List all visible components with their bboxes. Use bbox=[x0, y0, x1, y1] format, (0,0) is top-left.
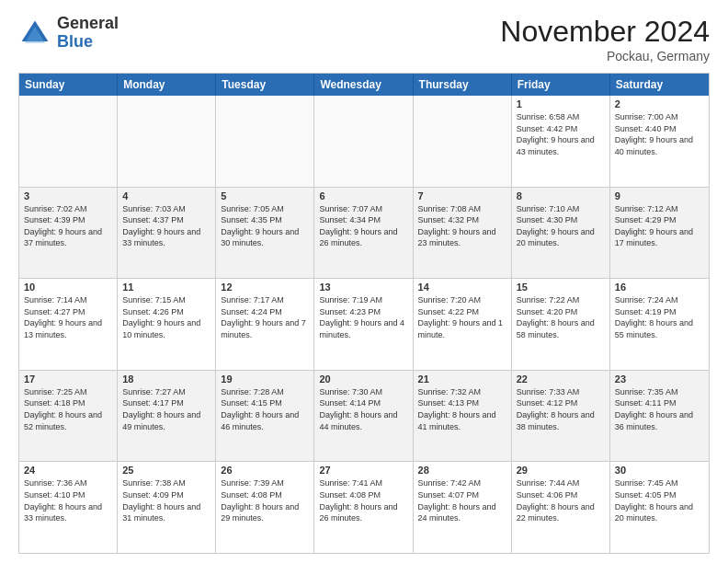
day-number: 8 bbox=[517, 190, 605, 201]
calendar-cell: 27Sunrise: 7:41 AMSunset: 4:08 PMDayligh… bbox=[314, 462, 413, 553]
cell-info: Sunrise: 7:45 AMSunset: 4:05 PMDaylight:… bbox=[615, 477, 704, 523]
cell-info: Sunrise: 7:33 AMSunset: 4:12 PMDaylight:… bbox=[517, 386, 605, 432]
logo-general-text: General bbox=[57, 15, 119, 33]
calendar-cell: 6Sunrise: 7:07 AMSunset: 4:34 PMDaylight… bbox=[314, 188, 413, 279]
day-number: 18 bbox=[122, 373, 210, 385]
cell-info: Sunrise: 7:41 AMSunset: 4:08 PMDaylight:… bbox=[319, 477, 407, 523]
day-number: 30 bbox=[615, 465, 704, 476]
day-number: 9 bbox=[615, 190, 704, 201]
calendar-cell: 11Sunrise: 7:15 AMSunset: 4:26 PMDayligh… bbox=[118, 279, 216, 370]
cell-info: Sunrise: 7:00 AMSunset: 4:40 PMDaylight:… bbox=[615, 111, 704, 157]
calendar-cell: 17Sunrise: 7:25 AMSunset: 4:18 PMDayligh… bbox=[19, 371, 118, 462]
calendar: SundayMondayTuesdayWednesdayThursdayFrid… bbox=[18, 73, 710, 554]
cell-info: Sunrise: 7:28 AMSunset: 4:15 PMDaylight:… bbox=[221, 386, 309, 432]
calendar-cell: 1Sunrise: 6:58 AMSunset: 4:42 PMDaylight… bbox=[512, 96, 610, 187]
day-number: 25 bbox=[122, 465, 210, 476]
calendar-cell: 16Sunrise: 7:24 AMSunset: 4:19 PMDayligh… bbox=[610, 279, 709, 370]
day-number: 3 bbox=[24, 190, 112, 201]
calendar-cell: 29Sunrise: 7:44 AMSunset: 4:06 PMDayligh… bbox=[512, 462, 610, 553]
calendar-row: 24Sunrise: 7:36 AMSunset: 4:10 PMDayligh… bbox=[19, 462, 709, 553]
calendar-row: 17Sunrise: 7:25 AMSunset: 4:18 PMDayligh… bbox=[19, 371, 709, 463]
calendar-cell: 21Sunrise: 7:32 AMSunset: 4:13 PMDayligh… bbox=[414, 371, 512, 462]
day-number: 7 bbox=[418, 190, 506, 201]
calendar-cell: 9Sunrise: 7:12 AMSunset: 4:29 PMDaylight… bbox=[610, 188, 709, 279]
day-number: 1 bbox=[517, 98, 605, 109]
day-number: 23 bbox=[615, 373, 704, 385]
calendar-cell: 28Sunrise: 7:42 AMSunset: 4:07 PMDayligh… bbox=[414, 462, 512, 553]
calendar-cell bbox=[414, 96, 512, 187]
day-number: 6 bbox=[319, 190, 407, 201]
day-number: 13 bbox=[319, 282, 407, 293]
cell-info: Sunrise: 7:02 AMSunset: 4:39 PMDaylight:… bbox=[24, 203, 112, 249]
calendar-cell bbox=[118, 96, 216, 187]
day-number: 29 bbox=[517, 465, 605, 476]
cell-info: Sunrise: 7:14 AMSunset: 4:27 PMDaylight:… bbox=[24, 294, 112, 340]
calendar-cell: 13Sunrise: 7:19 AMSunset: 4:23 PMDayligh… bbox=[314, 279, 413, 370]
cell-info: Sunrise: 7:22 AMSunset: 4:20 PMDaylight:… bbox=[517, 294, 605, 340]
day-header-sunday: Sunday bbox=[19, 74, 118, 96]
cell-info: Sunrise: 7:08 AMSunset: 4:32 PMDaylight:… bbox=[418, 203, 506, 249]
cell-info: Sunrise: 7:19 AMSunset: 4:23 PMDaylight:… bbox=[319, 294, 407, 340]
day-number: 21 bbox=[418, 373, 506, 385]
calendar-cell: 12Sunrise: 7:17 AMSunset: 4:24 PMDayligh… bbox=[216, 279, 314, 370]
day-header-wednesday: Wednesday bbox=[314, 74, 413, 96]
title-block: November 2024 Pockau, Germany bbox=[500, 15, 710, 63]
calendar-row: 10Sunrise: 7:14 AMSunset: 4:27 PMDayligh… bbox=[19, 279, 709, 371]
cell-info: Sunrise: 7:05 AMSunset: 4:35 PMDaylight:… bbox=[221, 203, 309, 249]
cell-info: Sunrise: 7:17 AMSunset: 4:24 PMDaylight:… bbox=[221, 294, 309, 340]
day-header-friday: Friday bbox=[512, 74, 610, 96]
calendar-cell: 3Sunrise: 7:02 AMSunset: 4:39 PMDaylight… bbox=[19, 188, 118, 279]
day-number: 27 bbox=[319, 465, 407, 476]
calendar-cell: 14Sunrise: 7:20 AMSunset: 4:22 PMDayligh… bbox=[414, 279, 512, 370]
cell-info: Sunrise: 7:27 AMSunset: 4:17 PMDaylight:… bbox=[122, 386, 210, 432]
cell-info: Sunrise: 7:24 AMSunset: 4:19 PMDaylight:… bbox=[615, 294, 704, 340]
month-title: November 2024 bbox=[500, 15, 710, 49]
cell-info: Sunrise: 7:36 AMSunset: 4:10 PMDaylight:… bbox=[24, 477, 112, 523]
day-number: 2 bbox=[615, 98, 704, 109]
day-number: 20 bbox=[319, 373, 407, 385]
logo-icon bbox=[18, 17, 51, 50]
day-number: 4 bbox=[122, 190, 210, 201]
calendar-cell: 15Sunrise: 7:22 AMSunset: 4:20 PMDayligh… bbox=[512, 279, 610, 370]
day-number: 22 bbox=[517, 373, 605, 385]
day-header-tuesday: Tuesday bbox=[216, 74, 314, 96]
logo: General Blue bbox=[18, 15, 119, 52]
logo-blue-text: Blue bbox=[57, 33, 119, 52]
cell-info: Sunrise: 7:07 AMSunset: 4:34 PMDaylight:… bbox=[319, 203, 407, 249]
location: Pockau, Germany bbox=[500, 49, 710, 63]
day-number: 10 bbox=[24, 282, 112, 293]
calendar-cell: 4Sunrise: 7:03 AMSunset: 4:37 PMDaylight… bbox=[118, 188, 216, 279]
day-header-monday: Monday bbox=[118, 74, 216, 96]
calendar-cell: 20Sunrise: 7:30 AMSunset: 4:14 PMDayligh… bbox=[314, 371, 413, 462]
calendar-cell: 25Sunrise: 7:38 AMSunset: 4:09 PMDayligh… bbox=[118, 462, 216, 553]
day-header-saturday: Saturday bbox=[610, 74, 709, 96]
calendar-cell: 22Sunrise: 7:33 AMSunset: 4:12 PMDayligh… bbox=[512, 371, 610, 462]
calendar-cell: 10Sunrise: 7:14 AMSunset: 4:27 PMDayligh… bbox=[19, 279, 118, 370]
cell-info: Sunrise: 7:15 AMSunset: 4:26 PMDaylight:… bbox=[122, 294, 210, 340]
calendar-cell: 18Sunrise: 7:27 AMSunset: 4:17 PMDayligh… bbox=[118, 371, 216, 462]
cell-info: Sunrise: 7:38 AMSunset: 4:09 PMDaylight:… bbox=[122, 477, 210, 523]
cell-info: Sunrise: 7:25 AMSunset: 4:18 PMDaylight:… bbox=[24, 386, 112, 432]
cell-info: Sunrise: 6:58 AMSunset: 4:42 PMDaylight:… bbox=[517, 111, 605, 157]
day-number: 16 bbox=[615, 282, 704, 293]
day-number: 12 bbox=[221, 282, 309, 293]
calendar-cell: 8Sunrise: 7:10 AMSunset: 4:30 PMDaylight… bbox=[512, 188, 610, 279]
calendar-cell bbox=[314, 96, 413, 187]
calendar-cell: 7Sunrise: 7:08 AMSunset: 4:32 PMDaylight… bbox=[414, 188, 512, 279]
calendar-cell: 23Sunrise: 7:35 AMSunset: 4:11 PMDayligh… bbox=[610, 371, 709, 462]
calendar-cell bbox=[19, 96, 118, 187]
cell-info: Sunrise: 7:12 AMSunset: 4:29 PMDaylight:… bbox=[615, 203, 704, 249]
day-number: 28 bbox=[418, 465, 506, 476]
cell-info: Sunrise: 7:03 AMSunset: 4:37 PMDaylight:… bbox=[122, 203, 210, 249]
day-number: 5 bbox=[221, 190, 309, 201]
calendar-body: 1Sunrise: 6:58 AMSunset: 4:42 PMDaylight… bbox=[19, 96, 709, 553]
calendar-cell: 24Sunrise: 7:36 AMSunset: 4:10 PMDayligh… bbox=[19, 462, 118, 553]
cell-info: Sunrise: 7:20 AMSunset: 4:22 PMDaylight:… bbox=[418, 294, 506, 340]
calendar-cell: 30Sunrise: 7:45 AMSunset: 4:05 PMDayligh… bbox=[610, 462, 709, 553]
calendar-header: SundayMondayTuesdayWednesdayThursdayFrid… bbox=[19, 74, 709, 96]
day-number: 15 bbox=[517, 282, 605, 293]
calendar-cell bbox=[216, 96, 314, 187]
day-header-thursday: Thursday bbox=[414, 74, 512, 96]
day-number: 14 bbox=[418, 282, 506, 293]
header: General Blue November 2024 Pockau, Germa… bbox=[18, 15, 710, 63]
